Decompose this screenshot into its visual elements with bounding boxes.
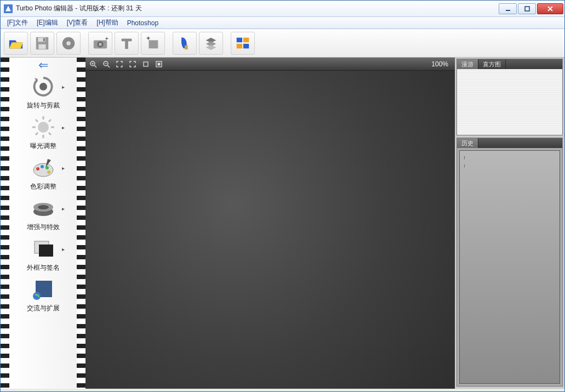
svg-rect-50 <box>158 63 160 65</box>
menu-help[interactable]: [H]帮助 <box>92 17 122 29</box>
svg-rect-5 <box>43 38 45 41</box>
selection-button[interactable] <box>153 59 164 69</box>
svg-point-40 <box>33 292 41 300</box>
svg-point-19 <box>38 122 49 133</box>
history-arrows-icon: ↑↓ <box>463 154 466 169</box>
close-button[interactable] <box>537 3 563 14</box>
canvas[interactable] <box>85 71 455 389</box>
maximize-button[interactable] <box>518 3 536 14</box>
expand-icon: ▸ <box>62 246 65 252</box>
tool-share-extend[interactable]: 交流与扩展 <box>9 274 77 314</box>
svg-rect-14 <box>237 37 242 42</box>
tool-label: 色彩调整 <box>30 182 56 191</box>
svg-point-28 <box>33 163 53 177</box>
svg-rect-13 <box>185 45 188 49</box>
right-panel: 漫游 直方图 历史 ↑↓ <box>455 58 564 389</box>
menu-view[interactable]: [V]查看 <box>62 17 93 29</box>
tool-enhance-fx[interactable]: ▸ 增强与特效 <box>9 193 77 233</box>
text-button[interactable] <box>115 32 139 55</box>
svg-point-30 <box>41 165 44 168</box>
statusbar <box>1 389 564 391</box>
svg-line-24 <box>36 120 38 122</box>
add-layer-button[interactable] <box>141 32 165 55</box>
tool-frame-signature[interactable]: ▸ 外框与签名 <box>9 234 77 274</box>
disc-button[interactable] <box>56 32 81 55</box>
expand-icon: ▸ <box>62 165 65 171</box>
minimize-button[interactable] <box>499 3 517 14</box>
svg-rect-0 <box>506 10 510 11</box>
menu-edit[interactable]: [E]编辑 <box>32 17 62 29</box>
tab-history[interactable]: 历史 <box>457 138 478 148</box>
svg-line-42 <box>94 65 96 67</box>
svg-point-18 <box>39 83 47 90</box>
tool-category-list: ⇐ ▸ 旋转与剪裁 ▸ 曝光调整 <box>9 58 77 389</box>
app-window: Turbo Photo 编辑器 - 试用版本 : 还剩 31 天 [F]文件 [… <box>0 0 565 392</box>
tool-label: 曝光调整 <box>30 141 56 151</box>
canvas-area: 100% <box>85 58 455 389</box>
tool-label: 增强与特效 <box>27 223 60 232</box>
tool-label: 旋转与剪裁 <box>27 101 60 110</box>
history-panel: 历史 ↑↓ <box>456 138 563 387</box>
svg-rect-12 <box>149 40 158 48</box>
main-toolbar: + <box>1 29 564 58</box>
svg-rect-4 <box>38 44 45 48</box>
navigator-preview[interactable] <box>457 69 562 135</box>
svg-rect-48 <box>144 62 148 66</box>
svg-point-32 <box>47 171 50 174</box>
svg-line-46 <box>107 65 110 67</box>
svg-point-35 <box>38 205 49 209</box>
tool-label: 交流与扩展 <box>27 304 60 313</box>
fit-screen-button[interactable] <box>114 59 125 69</box>
svg-line-27 <box>49 120 51 122</box>
svg-rect-15 <box>243 37 249 42</box>
layers-button[interactable] <box>199 32 223 55</box>
hand-tool-button[interactable] <box>140 59 151 69</box>
camera-add-button[interactable]: + <box>88 32 112 55</box>
zoom-out-button[interactable] <box>101 59 112 69</box>
filmstrip-left <box>1 58 9 389</box>
menu-file[interactable]: [F]文件 <box>3 17 32 29</box>
svg-point-29 <box>36 167 39 171</box>
svg-rect-17 <box>243 43 249 48</box>
left-panel: ⇐ ▸ 旋转与剪裁 ▸ 曝光调整 <box>1 58 85 389</box>
tool-exposure[interactable]: ▸ 曝光调整 <box>9 112 77 152</box>
panels-button[interactable] <box>231 32 255 55</box>
zoom-in-button[interactable] <box>88 59 99 69</box>
open-button[interactable] <box>4 32 28 55</box>
titlebar: Turbo Photo 编辑器 - 试用版本 : 还剩 31 天 <box>1 1 564 17</box>
svg-rect-1 <box>525 7 529 11</box>
actual-size-button[interactable] <box>127 59 138 69</box>
tab-histogram[interactable]: 直方图 <box>478 59 506 69</box>
svg-text:+: + <box>105 35 109 42</box>
menubar: [F]文件 [E]编辑 [V]查看 [H]帮助 Photoshop <box>1 17 564 29</box>
svg-point-10 <box>99 43 102 46</box>
svg-line-26 <box>36 133 38 135</box>
menu-photoshop[interactable]: Photoshop <box>123 18 163 28</box>
tool-color[interactable]: ▸ 色彩调整 <box>9 152 77 192</box>
history-list[interactable]: ↑↓ <box>459 150 560 384</box>
tool-rotate-crop[interactable]: ▸ 旋转与剪裁 <box>9 71 77 111</box>
tool-label: 外框与签名 <box>27 263 60 272</box>
workspace: ⇐ ▸ 旋转与剪裁 ▸ 曝光调整 <box>1 58 564 389</box>
view-toolbar: 100% <box>85 58 455 71</box>
brush-button[interactable] <box>173 32 197 55</box>
expand-icon: ▸ <box>62 84 65 90</box>
tab-navigator[interactable]: 漫游 <box>457 59 478 69</box>
svg-rect-16 <box>237 43 242 48</box>
window-title: Turbo Photo 编辑器 - 试用版本 : 还剩 31 天 <box>16 4 142 13</box>
app-icon <box>4 4 13 13</box>
filmstrip-right <box>77 58 85 389</box>
expand-icon: ▸ <box>62 206 65 212</box>
window-controls <box>499 3 564 14</box>
navigator-panel: 漫游 直方图 <box>456 59 563 135</box>
expand-icon: ▸ <box>62 124 65 130</box>
svg-line-25 <box>49 133 51 135</box>
svg-rect-37 <box>39 245 53 257</box>
svg-point-7 <box>66 41 71 46</box>
save-button[interactable] <box>30 32 54 55</box>
back-arrow-icon[interactable]: ⇐ <box>30 60 57 71</box>
zoom-level: 100% <box>431 60 453 68</box>
